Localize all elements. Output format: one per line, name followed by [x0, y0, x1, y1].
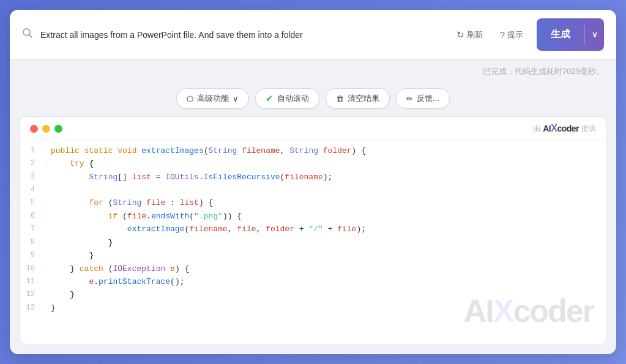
advanced-icon: ⬡: [187, 94, 193, 103]
generate-btn-label[interactable]: 生成: [537, 23, 584, 46]
code-line: 11 e.printStackTrace();: [20, 275, 606, 288]
feedback-label: 反馈...: [417, 93, 439, 104]
search-actions: ↻ 刷新 ? 提示 生成 ∨: [453, 18, 604, 51]
autoscroll-button[interactable]: ✔ 自动滚动: [255, 88, 319, 109]
fold-icon[interactable]: ›: [42, 210, 51, 221]
svg-line-1: [29, 35, 32, 38]
refresh-label: 刷新: [467, 29, 483, 40]
code-line: 5 › for (String file : list) {: [20, 196, 606, 209]
generate-dropdown-arrow[interactable]: ∨: [584, 25, 604, 44]
dot-green: [54, 125, 62, 133]
code-window: 由 AIXcoder 提供 1 › public static void ext…: [20, 116, 606, 344]
code-line: 8 }: [20, 236, 606, 249]
code-line: 2 › try {: [20, 157, 606, 170]
clear-results-button[interactable]: 🗑 清空结果: [326, 88, 390, 109]
check-icon: ✔: [266, 93, 274, 104]
clear-icon: 🗑: [336, 94, 344, 103]
code-line: 13 }: [20, 302, 606, 314]
brand-logo: AIXcoder: [543, 123, 579, 134]
window-dots: [30, 125, 62, 133]
brand-suffix: 提供: [581, 124, 596, 134]
code-line: 1 › public static void extractImages(Str…: [20, 144, 606, 157]
advanced-dropdown-icon: ∨: [233, 94, 239, 103]
code-content[interactable]: 1 › public static void extractImages(Str…: [20, 139, 606, 344]
code-window-titlebar: 由 AIXcoder 提供: [20, 117, 606, 139]
hint-label: 提示: [507, 29, 523, 40]
feedback-icon: ✏: [406, 94, 413, 103]
hint-button[interactable]: ? 提示: [496, 27, 527, 43]
code-line: 12 }: [20, 288, 606, 301]
fold-icon[interactable]: ›: [42, 262, 51, 273]
main-container: Extract all images from a PowerPoint fil…: [10, 10, 616, 354]
code-line: 7 extractImage(filename, file, folder + …: [20, 223, 606, 236]
code-line: 10 › } catch (IOException e) {: [20, 262, 606, 275]
toolbar: ⬡ 高级功能 ∨ ✔ 自动滚动 🗑 清空结果 ✏ 反馈...: [10, 83, 616, 116]
advanced-features-button[interactable]: ⬡ 高级功能 ∨: [176, 88, 249, 109]
brand-prefix: 由: [533, 124, 540, 134]
code-line: 9 }: [20, 249, 606, 262]
search-icon: [22, 28, 33, 42]
code-line: 4: [20, 184, 606, 196]
status-bar: 已完成，代码生成耗时7029毫秒。: [10, 60, 616, 83]
generate-button[interactable]: 生成 ∨: [537, 18, 604, 51]
autoscroll-label: 自动滚动: [277, 93, 309, 104]
fold-icon[interactable]: ›: [42, 144, 51, 155]
refresh-icon: ↻: [456, 29, 464, 40]
brand-info: 由 AIXcoder 提供: [533, 123, 596, 134]
clear-label: 清空结果: [348, 93, 379, 104]
hint-icon: ?: [500, 29, 505, 40]
status-text: 已完成，代码生成耗时7029毫秒。: [483, 66, 604, 77]
code-line: 3 String[] list = IOUtils.IsFilesRecursi…: [20, 171, 606, 184]
fold-icon[interactable]: ›: [42, 196, 51, 207]
dot-red: [30, 125, 38, 133]
fold-icon[interactable]: ›: [42, 157, 51, 168]
dot-yellow: [42, 125, 50, 133]
search-bar: Extract all images from a PowerPoint fil…: [10, 10, 616, 60]
code-line: 6 › if (file.endsWith(".png")) {: [20, 210, 606, 223]
feedback-button[interactable]: ✏ 反馈...: [396, 88, 450, 109]
refresh-button[interactable]: ↻ 刷新: [453, 27, 486, 43]
search-query: Extract all images from a PowerPoint fil…: [40, 30, 445, 40]
advanced-label: 高级功能: [197, 93, 229, 104]
